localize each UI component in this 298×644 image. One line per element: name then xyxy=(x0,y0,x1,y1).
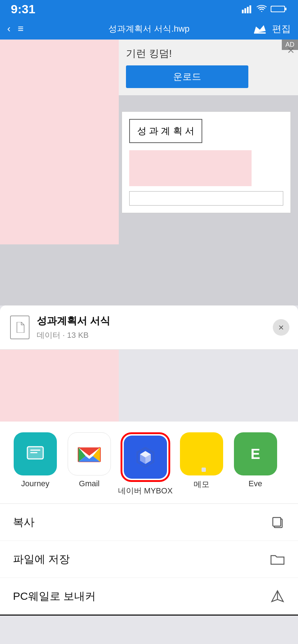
action-copy[interactable]: 복사 xyxy=(0,504,298,541)
svg-rect-20 xyxy=(273,518,281,526)
mybox-app-icon xyxy=(132,444,159,470)
copy-icon-svg xyxy=(271,515,284,529)
folder-icon xyxy=(270,552,285,567)
app-item-memo[interactable]: 메모 xyxy=(176,432,227,496)
file-details: 성과계획서 서식 데이터 · 13 KB xyxy=(37,314,110,341)
journey-label: Journey xyxy=(21,479,49,488)
svg-rect-6 xyxy=(271,6,284,12)
document-icon xyxy=(14,322,25,333)
svg-rect-12 xyxy=(30,452,37,453)
ad-label: AD xyxy=(285,41,294,48)
ad-banner: 기런 킹덤! 운로드 × xyxy=(119,40,298,95)
file-name: 성과계획서 서식 xyxy=(37,314,110,328)
journey-app-icon xyxy=(24,443,46,465)
wifi-icon xyxy=(256,5,267,13)
ad-overlay xyxy=(0,40,119,244)
svg-rect-5 xyxy=(285,8,286,10)
menu-button[interactable]: ≡ xyxy=(18,23,23,34)
doc-pink-box xyxy=(129,150,252,186)
folder-icon-svg xyxy=(270,553,285,566)
journey-icon xyxy=(14,432,57,475)
doc-area: 기런 킹덤! 운로드 × 성 과 계 획 서 xyxy=(0,40,298,305)
doc-input-line xyxy=(129,191,283,206)
app-item-journey[interactable]: Journey xyxy=(10,432,60,496)
gmail-label: Gmail xyxy=(79,479,99,488)
action-save-file[interactable]: 파일에 저장 xyxy=(0,541,298,578)
svg-rect-8 xyxy=(254,32,266,34)
memo-icon-bg xyxy=(180,432,223,475)
send-icon-svg xyxy=(270,589,285,603)
memo-lines xyxy=(198,433,205,475)
app-item-mybox[interactable]: 네이버 MYBOX xyxy=(118,432,173,496)
action-save-file-label: 파일에 저장 xyxy=(13,552,70,567)
nav-left: ‹ ≡ xyxy=(7,23,24,34)
share-apps: Journey Gmail xyxy=(0,422,298,503)
svg-rect-11 xyxy=(30,450,40,451)
app-item-eve[interactable]: E Eve xyxy=(230,432,281,496)
status-bar: 9:31 xyxy=(0,0,298,18)
ad-content: 기런 킹덤! 운로드 × xyxy=(119,40,298,95)
gmail-icon-bg xyxy=(68,432,111,475)
ad-badge: AD xyxy=(282,40,298,50)
mybox-highlight-border xyxy=(121,432,170,482)
nav-right: 편집 xyxy=(253,23,291,35)
back-button[interactable]: ‹ xyxy=(7,23,10,34)
bottom-sheet: 성과계획서 서식 데이터 · 13 KB × Journey xyxy=(0,305,298,616)
mybox-label: 네이버 MYBOX xyxy=(118,486,173,496)
file-meta: 데이터 · 13 KB xyxy=(37,330,110,341)
send-icon xyxy=(270,589,285,604)
signal-icon xyxy=(242,5,253,13)
svg-rect-3 xyxy=(249,5,251,13)
ad-download-button[interactable]: 운로드 xyxy=(126,65,248,88)
ad-text: 기런 킹덤! xyxy=(126,47,291,60)
status-time: 9:31 xyxy=(11,2,35,16)
eve-label: Eve xyxy=(249,479,262,488)
svg-rect-0 xyxy=(242,10,244,13)
bottom-ad-area xyxy=(0,350,298,422)
file-close-button[interactable]: × xyxy=(273,319,289,336)
nav-bar: ‹ ≡ 성과계획서 서식.hwp 편집 xyxy=(0,18,298,40)
svg-rect-2 xyxy=(247,7,249,13)
copy-icon xyxy=(270,515,285,530)
app-item-gmail[interactable]: Gmail xyxy=(64,432,114,496)
doc-title: 성 과 계 획 서 xyxy=(129,119,202,143)
action-send-pc[interactable]: PC웨일로 보내커 xyxy=(0,578,298,616)
eve-icon-bg: E xyxy=(234,432,277,475)
mybox-icon-bg xyxy=(124,436,167,479)
bottom-ad-pink xyxy=(0,350,119,422)
action-list: 복사 파일에 저장 PC웨일로 보내커 xyxy=(0,503,298,616)
crown-icon xyxy=(253,23,266,34)
memo-line-4 xyxy=(202,468,206,472)
file-info-row: 성과계획서 서식 데이터 · 13 KB × xyxy=(0,305,298,350)
gmail-app-icon xyxy=(77,443,102,465)
doc-preview: 성 과 계 획 서 xyxy=(122,111,291,213)
status-icons xyxy=(242,5,287,13)
edit-button[interactable]: 편집 xyxy=(272,23,291,35)
memo-label: 메모 xyxy=(194,479,209,490)
file-icon xyxy=(10,316,30,339)
nav-title: 성과계획서 서식.hwp xyxy=(108,23,189,34)
action-copy-label: 복사 xyxy=(13,515,35,530)
svg-rect-1 xyxy=(244,8,246,13)
eve-letter: E xyxy=(250,446,260,462)
battery-icon xyxy=(271,5,287,13)
action-send-pc-label: PC웨일로 보내커 xyxy=(13,589,96,604)
svg-marker-7 xyxy=(254,25,266,33)
